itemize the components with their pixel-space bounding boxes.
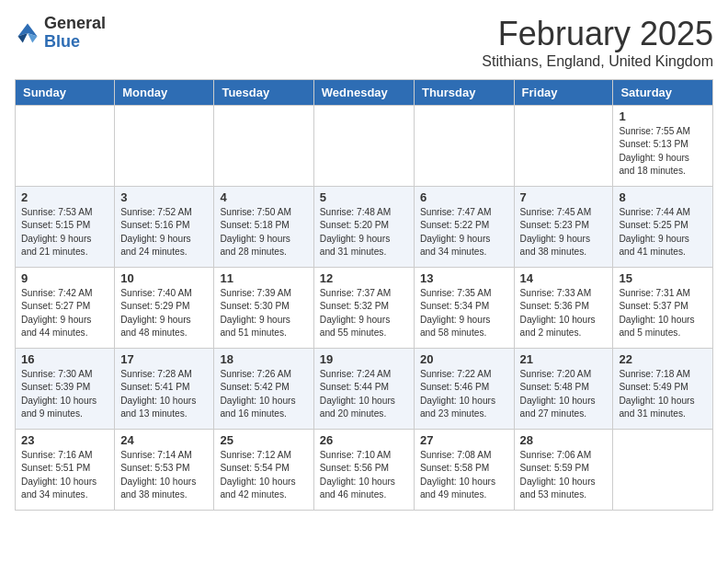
calendar-week-row: 16Sunrise: 7:30 AM Sunset: 5:39 PM Dayli… xyxy=(16,349,713,430)
calendar-week-row: 1Sunrise: 7:55 AM Sunset: 5:13 PM Daylig… xyxy=(16,106,713,187)
day-info: Sunrise: 7:45 AM Sunset: 5:23 PM Dayligh… xyxy=(520,206,608,259)
calendar-cell xyxy=(613,430,713,511)
location-title: Stithians, England, United Kingdom xyxy=(482,53,713,70)
day-number: 17 xyxy=(120,352,208,366)
day-info: Sunrise: 7:35 AM Sunset: 5:34 PM Dayligh… xyxy=(420,287,508,339)
day-number: 26 xyxy=(320,433,408,447)
day-number: 12 xyxy=(320,271,408,285)
day-number: 13 xyxy=(420,271,508,285)
day-info: Sunrise: 7:42 AM Sunset: 5:27 PM Dayligh… xyxy=(21,287,108,339)
day-info: Sunrise: 7:24 AM Sunset: 5:44 PM Dayligh… xyxy=(320,368,408,420)
calendar-cell: 17Sunrise: 7:28 AM Sunset: 5:41 PM Dayli… xyxy=(115,349,214,430)
day-info: Sunrise: 7:30 AM Sunset: 5:39 PM Dayligh… xyxy=(21,368,108,420)
day-number: 2 xyxy=(21,190,108,204)
day-info: Sunrise: 7:16 AM Sunset: 5:51 PM Dayligh… xyxy=(21,449,108,501)
weekday-header: Saturday xyxy=(613,80,713,106)
day-info: Sunrise: 7:20 AM Sunset: 5:48 PM Dayligh… xyxy=(520,368,608,420)
calendar-cell: 24Sunrise: 7:14 AM Sunset: 5:53 PM Dayli… xyxy=(115,430,214,511)
calendar-cell: 5Sunrise: 7:48 AM Sunset: 5:20 PM Daylig… xyxy=(313,187,414,268)
day-info: Sunrise: 7:52 AM Sunset: 5:16 PM Dayligh… xyxy=(120,206,208,259)
calendar-cell: 23Sunrise: 7:16 AM Sunset: 5:51 PM Dayli… xyxy=(16,430,115,511)
calendar-cell: 9Sunrise: 7:42 AM Sunset: 5:27 PM Daylig… xyxy=(16,268,115,349)
day-number: 27 xyxy=(420,433,508,447)
title-block: February 2025 Stithians, England, United… xyxy=(482,15,713,70)
calendar-cell xyxy=(414,106,514,187)
day-info: Sunrise: 7:39 AM Sunset: 5:30 PM Dayligh… xyxy=(220,287,307,339)
day-number: 6 xyxy=(420,190,508,204)
day-info: Sunrise: 7:10 AM Sunset: 5:56 PM Dayligh… xyxy=(320,449,408,501)
day-info: Sunrise: 7:50 AM Sunset: 5:18 PM Dayligh… xyxy=(220,206,307,259)
calendar-cell: 25Sunrise: 7:12 AM Sunset: 5:54 PM Dayli… xyxy=(214,430,313,511)
day-number: 4 xyxy=(220,190,307,204)
day-number: 23 xyxy=(21,433,108,447)
day-info: Sunrise: 7:48 AM Sunset: 5:20 PM Dayligh… xyxy=(320,206,408,259)
calendar-cell: 14Sunrise: 7:33 AM Sunset: 5:36 PM Dayli… xyxy=(514,268,613,349)
day-number: 24 xyxy=(120,433,208,447)
calendar-cell: 2Sunrise: 7:53 AM Sunset: 5:15 PM Daylig… xyxy=(16,187,115,268)
day-info: Sunrise: 7:31 AM Sunset: 5:37 PM Dayligh… xyxy=(619,287,707,339)
day-number: 5 xyxy=(320,190,408,204)
calendar-cell xyxy=(16,106,115,187)
calendar-cell: 20Sunrise: 7:22 AM Sunset: 5:46 PM Dayli… xyxy=(414,349,514,430)
logo-icon xyxy=(15,20,40,46)
weekday-header: Tuesday xyxy=(214,80,313,106)
day-number: 11 xyxy=(220,271,307,285)
day-info: Sunrise: 7:22 AM Sunset: 5:46 PM Dayligh… xyxy=(420,368,508,420)
logo-blue: Blue xyxy=(44,32,80,51)
day-info: Sunrise: 7:12 AM Sunset: 5:54 PM Dayligh… xyxy=(220,449,307,501)
calendar-cell: 6Sunrise: 7:47 AM Sunset: 5:22 PM Daylig… xyxy=(414,187,514,268)
day-number: 10 xyxy=(120,271,208,285)
day-info: Sunrise: 7:08 AM Sunset: 5:58 PM Dayligh… xyxy=(420,449,508,501)
day-info: Sunrise: 7:14 AM Sunset: 5:53 PM Dayligh… xyxy=(120,449,208,501)
day-info: Sunrise: 7:28 AM Sunset: 5:41 PM Dayligh… xyxy=(120,368,208,420)
calendar-cell xyxy=(115,106,214,187)
calendar-cell: 28Sunrise: 7:06 AM Sunset: 5:59 PM Dayli… xyxy=(514,430,613,511)
day-info: Sunrise: 7:06 AM Sunset: 5:59 PM Dayligh… xyxy=(520,449,608,501)
weekday-header: Sunday xyxy=(16,80,115,106)
weekday-header: Friday xyxy=(514,80,613,106)
calendar-cell: 10Sunrise: 7:40 AM Sunset: 5:29 PM Dayli… xyxy=(115,268,214,349)
calendar-cell: 22Sunrise: 7:18 AM Sunset: 5:49 PM Dayli… xyxy=(613,349,713,430)
day-info: Sunrise: 7:40 AM Sunset: 5:29 PM Dayligh… xyxy=(120,287,208,339)
day-number: 9 xyxy=(21,271,108,285)
calendar-cell: 8Sunrise: 7:44 AM Sunset: 5:25 PM Daylig… xyxy=(613,187,713,268)
calendar-week-row: 2Sunrise: 7:53 AM Sunset: 5:15 PM Daylig… xyxy=(16,187,713,268)
day-info: Sunrise: 7:18 AM Sunset: 5:49 PM Dayligh… xyxy=(619,368,707,420)
day-info: Sunrise: 7:37 AM Sunset: 5:32 PM Dayligh… xyxy=(320,287,408,339)
day-info: Sunrise: 7:44 AM Sunset: 5:25 PM Dayligh… xyxy=(619,206,707,259)
day-number: 20 xyxy=(420,352,508,366)
page-header: General Blue February 2025 Stithians, En… xyxy=(15,15,713,70)
day-number: 19 xyxy=(320,352,408,366)
logo-text: General Blue xyxy=(44,15,106,52)
day-number: 3 xyxy=(120,190,208,204)
day-number: 21 xyxy=(520,352,608,366)
logo-general: General xyxy=(44,14,106,32)
day-number: 16 xyxy=(21,352,108,366)
logo: General Blue xyxy=(15,15,106,52)
calendar-cell: 12Sunrise: 7:37 AM Sunset: 5:32 PM Dayli… xyxy=(313,268,414,349)
calendar-cell xyxy=(313,106,414,187)
calendar-cell: 11Sunrise: 7:39 AM Sunset: 5:30 PM Dayli… xyxy=(214,268,313,349)
day-number: 18 xyxy=(220,352,307,366)
calendar-cell: 7Sunrise: 7:45 AM Sunset: 5:23 PM Daylig… xyxy=(514,187,613,268)
day-number: 14 xyxy=(520,271,608,285)
calendar-cell xyxy=(514,106,613,187)
day-number: 8 xyxy=(619,190,707,204)
day-number: 22 xyxy=(619,352,707,366)
calendar-cell: 3Sunrise: 7:52 AM Sunset: 5:16 PM Daylig… xyxy=(115,187,214,268)
calendar-table: SundayMondayTuesdayWednesdayThursdayFrid… xyxy=(15,79,713,511)
day-number: 28 xyxy=(520,433,608,447)
day-number: 7 xyxy=(520,190,608,204)
calendar-cell: 26Sunrise: 7:10 AM Sunset: 5:56 PM Dayli… xyxy=(313,430,414,511)
weekday-header: Wednesday xyxy=(313,80,414,106)
month-title: February 2025 xyxy=(482,15,713,53)
calendar-cell: 21Sunrise: 7:20 AM Sunset: 5:48 PM Dayli… xyxy=(514,349,613,430)
calendar-header-row: SundayMondayTuesdayWednesdayThursdayFrid… xyxy=(16,80,713,106)
day-info: Sunrise: 7:26 AM Sunset: 5:42 PM Dayligh… xyxy=(220,368,307,420)
day-info: Sunrise: 7:53 AM Sunset: 5:15 PM Dayligh… xyxy=(21,206,108,259)
weekday-header: Thursday xyxy=(414,80,514,106)
calendar-cell: 1Sunrise: 7:55 AM Sunset: 5:13 PM Daylig… xyxy=(613,106,713,187)
calendar-cell: 4Sunrise: 7:50 AM Sunset: 5:18 PM Daylig… xyxy=(214,187,313,268)
svg-marker-0 xyxy=(18,23,38,36)
calendar-cell: 15Sunrise: 7:31 AM Sunset: 5:37 PM Dayli… xyxy=(613,268,713,349)
